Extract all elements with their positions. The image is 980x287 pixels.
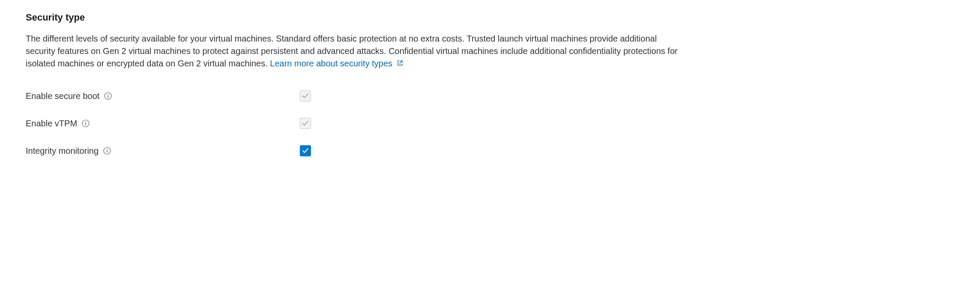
- section-title: Security type: [26, 12, 954, 23]
- integrity-monitoring-label: Integrity monitoring: [26, 146, 300, 156]
- svg-point-4: [85, 122, 86, 123]
- vtpm-label-text: Enable vTPM: [26, 119, 77, 129]
- integrity-monitoring-label-text: Integrity monitoring: [26, 146, 99, 156]
- info-icon[interactable]: [103, 147, 111, 155]
- secure-boot-label-text: Enable secure boot: [26, 91, 99, 101]
- info-icon[interactable]: [104, 92, 112, 100]
- svg-point-7: [107, 149, 108, 150]
- integrity-monitoring-row: Integrity monitoring: [26, 145, 954, 156]
- section-description: The different levels of security availab…: [26, 33, 685, 70]
- svg-rect-5: [85, 123, 86, 125]
- enable-secure-boot-checkbox: [300, 90, 311, 102]
- enable-secure-boot-row: Enable secure boot: [26, 90, 954, 102]
- enable-secure-boot-label: Enable secure boot: [26, 91, 300, 101]
- enable-vtpm-row: Enable vTPM: [26, 118, 954, 129]
- enable-vtpm-label: Enable vTPM: [26, 119, 300, 129]
- enable-vtpm-checkbox: [300, 118, 311, 129]
- info-icon[interactable]: [82, 120, 90, 127]
- learn-more-link[interactable]: Learn more about security types: [270, 59, 403, 68]
- external-link-icon: [397, 57, 403, 70]
- svg-point-1: [108, 94, 108, 95]
- svg-rect-2: [108, 96, 109, 98]
- learn-more-text: Learn more about security types: [270, 59, 392, 68]
- svg-rect-8: [107, 150, 108, 152]
- integrity-monitoring-checkbox[interactable]: [300, 145, 311, 156]
